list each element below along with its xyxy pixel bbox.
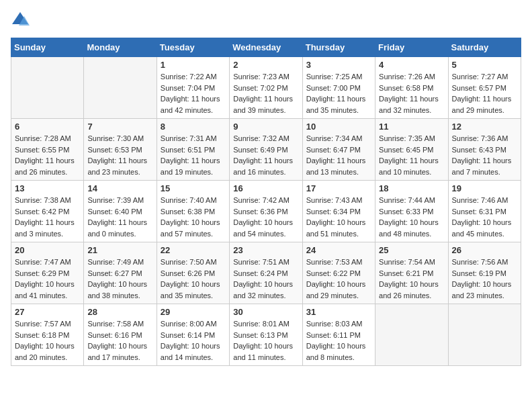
calendar-cell: 22Sunrise: 7:50 AMSunset: 6:26 PMDayligh… bbox=[157, 242, 229, 304]
day-info: Sunrise: 8:01 AMSunset: 6:13 PMDaylight:… bbox=[233, 318, 298, 363]
day-number: 10 bbox=[306, 122, 371, 132]
calendar-week-row: 13Sunrise: 7:38 AMSunset: 6:42 PMDayligh… bbox=[11, 181, 521, 242]
weekday-header-tuesday: Tuesday bbox=[157, 38, 229, 57]
calendar-week-row: 27Sunrise: 7:57 AMSunset: 6:18 PMDayligh… bbox=[11, 304, 521, 366]
day-number: 13 bbox=[15, 183, 80, 193]
calendar-cell bbox=[11, 57, 84, 119]
day-number: 29 bbox=[161, 307, 226, 317]
calendar-cell bbox=[448, 304, 521, 366]
day-info: Sunrise: 7:25 AMSunset: 7:00 PMDaylight:… bbox=[306, 71, 371, 116]
day-info: Sunrise: 7:38 AMSunset: 6:42 PMDaylight:… bbox=[15, 195, 80, 239]
calendar-cell: 8Sunrise: 7:31 AMSunset: 6:51 PMDaylight… bbox=[157, 119, 229, 181]
day-info: Sunrise: 7:50 AMSunset: 6:26 PMDaylight:… bbox=[161, 257, 226, 301]
day-number: 3 bbox=[306, 60, 371, 70]
calendar-cell: 13Sunrise: 7:38 AMSunset: 6:42 PMDayligh… bbox=[11, 181, 84, 242]
calendar-cell: 3Sunrise: 7:25 AMSunset: 7:00 PMDaylight… bbox=[302, 57, 375, 119]
calendar-week-row: 20Sunrise: 7:47 AMSunset: 6:29 PMDayligh… bbox=[11, 242, 521, 304]
calendar-cell: 1Sunrise: 7:22 AMSunset: 7:04 PMDaylight… bbox=[157, 57, 229, 119]
day-info: Sunrise: 7:46 AMSunset: 6:31 PMDaylight:… bbox=[452, 195, 517, 239]
day-number: 17 bbox=[306, 183, 371, 193]
day-number: 2 bbox=[233, 60, 298, 70]
day-info: Sunrise: 7:54 AMSunset: 6:21 PMDaylight:… bbox=[379, 257, 444, 301]
page-header bbox=[11, 11, 521, 30]
day-number: 12 bbox=[452, 122, 517, 132]
calendar-cell: 14Sunrise: 7:39 AMSunset: 6:40 PMDayligh… bbox=[84, 181, 157, 242]
day-info: Sunrise: 7:51 AMSunset: 6:24 PMDaylight:… bbox=[233, 257, 298, 301]
day-number: 7 bbox=[87, 122, 152, 132]
day-info: Sunrise: 7:27 AMSunset: 6:57 PMDaylight:… bbox=[452, 71, 517, 116]
calendar-cell: 26Sunrise: 7:56 AMSunset: 6:19 PMDayligh… bbox=[448, 242, 521, 304]
day-number: 23 bbox=[233, 245, 298, 255]
weekday-header-thursday: Thursday bbox=[302, 38, 375, 57]
day-number: 31 bbox=[306, 307, 371, 317]
calendar-cell: 23Sunrise: 7:51 AMSunset: 6:24 PMDayligh… bbox=[230, 242, 302, 304]
calendar-cell: 5Sunrise: 7:27 AMSunset: 6:57 PMDaylight… bbox=[448, 57, 521, 119]
calendar-cell: 4Sunrise: 7:26 AMSunset: 6:58 PMDaylight… bbox=[375, 57, 448, 119]
day-info: Sunrise: 8:00 AMSunset: 6:14 PMDaylight:… bbox=[161, 318, 226, 363]
calendar-week-row: 6Sunrise: 7:28 AMSunset: 6:55 PMDaylight… bbox=[11, 119, 521, 181]
day-number: 27 bbox=[15, 307, 80, 317]
logo-icon bbox=[11, 11, 30, 30]
day-info: Sunrise: 7:22 AMSunset: 7:04 PMDaylight:… bbox=[161, 71, 226, 116]
calendar-cell: 2Sunrise: 7:23 AMSunset: 7:02 PMDaylight… bbox=[230, 57, 302, 119]
calendar-cell: 31Sunrise: 8:03 AMSunset: 6:11 PMDayligh… bbox=[302, 304, 375, 366]
day-number: 9 bbox=[233, 122, 298, 132]
calendar-cell bbox=[375, 304, 448, 366]
day-number: 6 bbox=[15, 122, 80, 132]
weekday-header-saturday: Saturday bbox=[448, 38, 521, 57]
calendar-cell: 25Sunrise: 7:54 AMSunset: 6:21 PMDayligh… bbox=[375, 242, 448, 304]
day-info: Sunrise: 7:57 AMSunset: 6:18 PMDaylight:… bbox=[15, 318, 80, 363]
day-info: Sunrise: 7:30 AMSunset: 6:53 PMDaylight:… bbox=[87, 133, 152, 177]
calendar-cell: 12Sunrise: 7:36 AMSunset: 6:43 PMDayligh… bbox=[448, 119, 521, 181]
day-info: Sunrise: 7:58 AMSunset: 6:16 PMDaylight:… bbox=[87, 318, 152, 363]
day-number: 1 bbox=[161, 60, 226, 70]
calendar-cell: 16Sunrise: 7:42 AMSunset: 6:36 PMDayligh… bbox=[230, 181, 302, 242]
calendar-cell: 28Sunrise: 7:58 AMSunset: 6:16 PMDayligh… bbox=[84, 304, 157, 366]
calendar-cell: 20Sunrise: 7:47 AMSunset: 6:29 PMDayligh… bbox=[11, 242, 84, 304]
day-info: Sunrise: 7:23 AMSunset: 7:02 PMDaylight:… bbox=[233, 71, 298, 116]
day-info: Sunrise: 7:34 AMSunset: 6:47 PMDaylight:… bbox=[306, 133, 371, 177]
calendar-cell: 10Sunrise: 7:34 AMSunset: 6:47 PMDayligh… bbox=[302, 119, 375, 181]
day-info: Sunrise: 7:35 AMSunset: 6:45 PMDaylight:… bbox=[379, 133, 444, 177]
day-info: Sunrise: 7:43 AMSunset: 6:34 PMDaylight:… bbox=[306, 195, 371, 239]
day-info: Sunrise: 7:53 AMSunset: 6:22 PMDaylight:… bbox=[306, 257, 371, 301]
calendar-cell: 7Sunrise: 7:30 AMSunset: 6:53 PMDaylight… bbox=[84, 119, 157, 181]
calendar-cell: 27Sunrise: 7:57 AMSunset: 6:18 PMDayligh… bbox=[11, 304, 84, 366]
day-number: 28 bbox=[87, 307, 152, 317]
weekday-header-row: SundayMondayTuesdayWednesdayThursdayFrid… bbox=[11, 38, 521, 57]
calendar-cell: 15Sunrise: 7:40 AMSunset: 6:38 PMDayligh… bbox=[157, 181, 229, 242]
weekday-header-wednesday: Wednesday bbox=[230, 38, 302, 57]
day-info: Sunrise: 7:28 AMSunset: 6:55 PMDaylight:… bbox=[15, 133, 80, 177]
day-number: 25 bbox=[379, 245, 444, 255]
calendar-cell: 9Sunrise: 7:32 AMSunset: 6:49 PMDaylight… bbox=[230, 119, 302, 181]
calendar-cell bbox=[84, 57, 157, 119]
weekday-header-friday: Friday bbox=[375, 38, 448, 57]
day-number: 5 bbox=[452, 60, 517, 70]
day-number: 20 bbox=[15, 245, 80, 255]
calendar-table: SundayMondayTuesdayWednesdayThursdayFrid… bbox=[11, 38, 521, 366]
day-info: Sunrise: 7:26 AMSunset: 6:58 PMDaylight:… bbox=[379, 71, 444, 116]
day-info: Sunrise: 7:47 AMSunset: 6:29 PMDaylight:… bbox=[15, 257, 80, 301]
day-number: 8 bbox=[161, 122, 226, 132]
day-info: Sunrise: 7:44 AMSunset: 6:33 PMDaylight:… bbox=[379, 195, 444, 239]
calendar-cell: 18Sunrise: 7:44 AMSunset: 6:33 PMDayligh… bbox=[375, 181, 448, 242]
day-info: Sunrise: 8:03 AMSunset: 6:11 PMDaylight:… bbox=[306, 318, 371, 363]
calendar-week-row: 1Sunrise: 7:22 AMSunset: 7:04 PMDaylight… bbox=[11, 57, 521, 119]
day-number: 14 bbox=[87, 183, 152, 193]
day-number: 15 bbox=[161, 183, 226, 193]
calendar-cell: 21Sunrise: 7:49 AMSunset: 6:27 PMDayligh… bbox=[84, 242, 157, 304]
day-info: Sunrise: 7:36 AMSunset: 6:43 PMDaylight:… bbox=[452, 133, 517, 177]
logo bbox=[11, 11, 32, 30]
day-number: 21 bbox=[87, 245, 152, 255]
day-number: 11 bbox=[379, 122, 444, 132]
day-number: 26 bbox=[452, 245, 517, 255]
calendar-cell: 19Sunrise: 7:46 AMSunset: 6:31 PMDayligh… bbox=[448, 181, 521, 242]
day-info: Sunrise: 7:42 AMSunset: 6:36 PMDaylight:… bbox=[233, 195, 298, 239]
day-number: 16 bbox=[233, 183, 298, 193]
day-number: 22 bbox=[161, 245, 226, 255]
calendar-cell: 29Sunrise: 8:00 AMSunset: 6:14 PMDayligh… bbox=[157, 304, 229, 366]
day-number: 24 bbox=[306, 245, 371, 255]
calendar-cell: 11Sunrise: 7:35 AMSunset: 6:45 PMDayligh… bbox=[375, 119, 448, 181]
day-number: 30 bbox=[233, 307, 298, 317]
day-info: Sunrise: 7:49 AMSunset: 6:27 PMDaylight:… bbox=[87, 257, 152, 301]
